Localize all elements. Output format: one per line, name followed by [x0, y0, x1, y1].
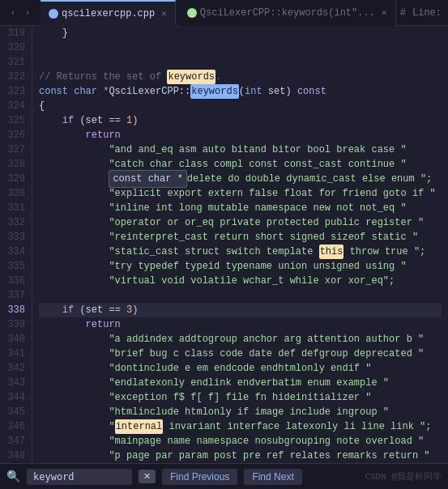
code-line: "brief bug c class code date def defgrou…: [39, 347, 442, 361]
line-number: 334: [6, 244, 25, 259]
code-line: "exception f$ f[ f] file fn hideinitiali…: [39, 390, 442, 405]
line-number: 340: [6, 332, 25, 347]
line-number: 325: [6, 113, 25, 128]
line-number: 330: [6, 186, 25, 201]
line-number: 332: [6, 215, 25, 230]
code-line: "htmlinclude htmlonly if image include i…: [39, 405, 442, 419]
line-number: 328: [6, 157, 25, 172]
line-numbers: 3193203213223233243253263273283293303313…: [0, 26, 32, 463]
code-line: [39, 288, 442, 303]
editor: 3193203213223233243253263273283293303313…: [0, 26, 448, 463]
line-number: 333: [6, 230, 25, 244]
search-input[interactable]: [27, 469, 132, 485]
hash-label: #: [400, 7, 406, 19]
code-line: "inline int long mutable namespace new n…: [39, 201, 442, 215]
code-line: // Returns the set of keywords.: [39, 70, 442, 84]
line-number: 331: [6, 201, 25, 215]
code-line: "explicit export extern false float for …: [39, 186, 442, 201]
line-number: 338: [6, 303, 25, 317]
watermark: CSDN @我是标同学: [365, 470, 442, 483]
line-number: 321: [6, 55, 25, 70]
code-line: const char *QsciLexerCPP::keywords(int s…: [39, 84, 442, 99]
code-line: "static_cast struct switch template this…: [39, 244, 442, 259]
code-line: [39, 40, 442, 55]
code-line: }: [39, 26, 442, 40]
line-number: 319: [6, 26, 25, 40]
line-number: 336: [6, 274, 25, 288]
code-line: return: [39, 317, 442, 332]
nav-back-button[interactable]: ‹: [6, 6, 19, 19]
tab-label-2: QsciLexerCPP::keywords(int"...: [200, 7, 375, 19]
code-line: "catch char class compl const const_cast…: [39, 157, 442, 172]
code-line: return: [39, 128, 442, 142]
line-number: 326: [6, 128, 25, 142]
nav-forward-button[interactable]: ›: [21, 6, 34, 19]
tab-qscilexercpp[interactable]: qscilexercpp.cpp ✕: [41, 0, 176, 26]
line-number: 341: [6, 347, 25, 361]
line-number: 347: [6, 434, 25, 449]
code-line: "endlatexonly endlink endverbatim enum e…: [39, 376, 442, 390]
tab-label: qscilexercpp.cpp: [62, 8, 155, 19]
find-next-button[interactable]: Find Next: [244, 469, 301, 485]
code-line: "dontinclude e em endcode endhtmlonly en…: [39, 361, 442, 376]
code-line: "operator or or_eq private protected pub…: [39, 215, 442, 230]
line-number: 339: [6, 317, 25, 332]
find-previous-button[interactable]: Find Previous: [162, 469, 237, 485]
clear-search-button[interactable]: ✕: [139, 470, 156, 483]
code-line: "reinterpret_cast return short signed si…: [39, 230, 442, 244]
code-line: const char *delete do double dynamic_cas…: [39, 172, 442, 186]
line-number: 343: [6, 376, 25, 390]
tab-close-button[interactable]: ✕: [161, 8, 167, 19]
line-number: 335: [6, 259, 25, 274]
line-label: Line:: [412, 7, 442, 19]
code-line: "and and_eq asm auto bitand bitor bool b…: [39, 142, 442, 157]
line-number: 322: [6, 70, 25, 84]
tab-keywords[interactable]: QsciLexerCPP::keywords(int"... ✕: [179, 0, 396, 26]
code-line: if (set == 3): [39, 303, 442, 317]
line-number: 320: [6, 40, 25, 55]
code-line: "virtual void volatile wchar_t while xor…: [39, 274, 442, 288]
line-number: 324: [6, 99, 25, 113]
line-number: 345: [6, 405, 25, 419]
line-number: 344: [6, 390, 25, 405]
line-number: 323: [6, 84, 25, 99]
code-line: "a addindex addtogroup anchor arg attent…: [39, 332, 442, 347]
line-number: 346: [6, 419, 25, 434]
line-number: 348: [6, 449, 25, 463]
code-line: if (set == 1): [39, 113, 442, 128]
line-number: 327: [6, 142, 25, 157]
line-number: 329: [6, 172, 25, 186]
code-line: [39, 55, 442, 70]
h-file-icon: [187, 8, 197, 18]
code-line: "internal invariant interface latexonly …: [39, 419, 442, 434]
code-area[interactable]: }// Returns the set of keywords.const ch…: [32, 26, 448, 463]
code-line: "try typedef typeid typename union unsig…: [39, 259, 442, 274]
line-number: 342: [6, 361, 25, 376]
cpp-file-icon: [49, 9, 58, 19]
code-line: {: [39, 99, 442, 113]
title-bar-right: # Line:: [400, 7, 442, 19]
code-line: "p page par param post pre ref relates r…: [39, 449, 442, 463]
tab2-close-button[interactable]: ✕: [382, 7, 387, 18]
search-icon: 🔍: [6, 470, 20, 483]
line-number: 337: [6, 288, 25, 303]
nav-buttons[interactable]: ‹ ›: [6, 6, 34, 19]
bottom-bar: 🔍 ✕ Find Previous Find Next CSDN @我是标同学: [0, 463, 448, 489]
code-line: "mainpage name namespace nosubgrouping n…: [39, 434, 442, 449]
title-bar: ‹ › qscilexercpp.cpp ✕ QsciLexerCPP::key…: [0, 0, 448, 26]
